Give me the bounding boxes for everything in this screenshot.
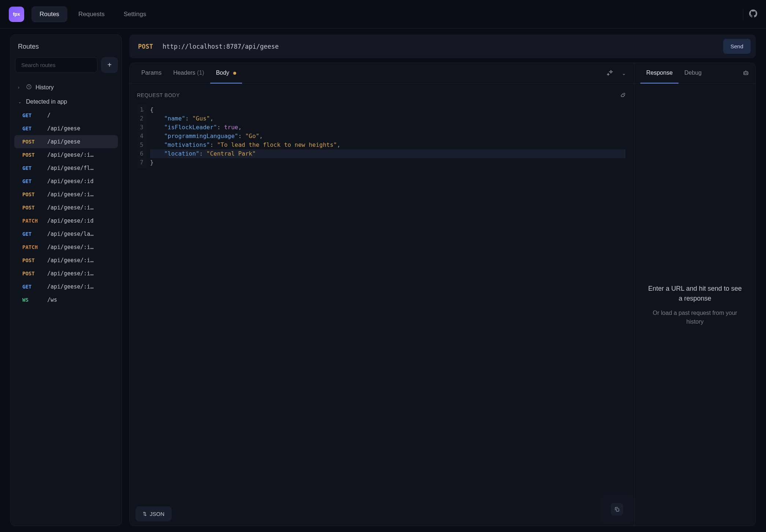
dot-indicator-icon [233, 72, 236, 75]
response-empty-main: Enter a URL and hit send to see a respon… [646, 284, 744, 304]
route-method: POST [22, 205, 40, 211]
request-body-label: REQUEST BODY [137, 92, 180, 98]
copy-button[interactable] [611, 503, 623, 516]
route-method: WS [22, 297, 40, 303]
route-item[interactable]: POST/api/geese/:i… [14, 254, 118, 267]
magic-wand-icon[interactable] [604, 67, 616, 80]
route-item[interactable]: POST/api/geese/:i… [14, 267, 118, 280]
code-editor[interactable]: 1⌄234567 { "name": "Gus", "isFlockLeader… [135, 104, 628, 168]
route-item[interactable]: PATCH/api/geese/:id [14, 214, 118, 227]
route-method: PATCH [22, 218, 40, 224]
route-item[interactable]: POST/api/geese/:i… [14, 188, 118, 201]
route-item[interactable]: PATCH/api/geese/:i… [14, 241, 118, 254]
route-path: /api/geese/la… [47, 231, 110, 237]
route-path: /api/geese/:i… [47, 244, 110, 250]
nav-settings[interactable]: Settings [116, 6, 154, 22]
route-path: /api/geese/:i… [47, 270, 110, 277]
tab-response[interactable]: Response [640, 63, 678, 83]
chevron-right-icon: › [18, 85, 22, 90]
route-path: /api/geese/fl… [47, 165, 110, 171]
response-tabbar: Response Debug [635, 63, 755, 84]
route-method: POST [22, 191, 40, 197]
route-method: GET [22, 165, 40, 171]
route-path: /api/geese [47, 125, 110, 132]
route-path: /api/geese/:i… [47, 283, 110, 290]
route-item[interactable]: WS/ws [14, 293, 118, 306]
history-label: History [36, 84, 54, 91]
route-path: /api/geese/:i… [47, 204, 110, 211]
route-method: POST [22, 152, 40, 158]
tab-debug[interactable]: Debug [678, 63, 707, 83]
sidebar-title: Routes [14, 43, 118, 57]
request-method[interactable]: POST [134, 43, 157, 50]
svg-point-4 [747, 73, 747, 74]
logo[interactable]: fpx [9, 7, 24, 22]
route-item[interactable]: POST/api/geese/:i… [14, 201, 118, 214]
route-path: /api/geese/:i… [47, 257, 110, 264]
topbar: fpx Routes Requests Settings [0, 0, 766, 29]
route-method: GET [22, 284, 40, 290]
route-item[interactable]: POST/api/geese [14, 135, 118, 148]
route-method: GET [22, 231, 40, 237]
routes-list: GET/GET/api/geesePOST/api/geesePOST/api/… [14, 109, 118, 518]
route-item[interactable]: GET/api/geese [14, 122, 118, 135]
route-method: POST [22, 257, 40, 263]
route-path: /api/geese/:id [47, 178, 110, 185]
nav-requests[interactable]: Requests [70, 6, 113, 22]
route-path: /api/geese/:i… [47, 152, 110, 158]
route-path: /api/geese/:id [47, 217, 110, 224]
route-path: /api/geese/:i… [47, 191, 110, 198]
erase-icon[interactable] [620, 91, 627, 99]
detected-section[interactable]: ⌄ Detected in app [14, 95, 118, 109]
chevron-down-icon: ⌄ [18, 99, 22, 104]
route-item[interactable]: GET/api/geese/:id [14, 175, 118, 188]
add-route-button[interactable]: + [101, 57, 118, 73]
divider [743, 8, 743, 20]
request-url-input[interactable] [163, 43, 717, 50]
route-method: PATCH [22, 244, 40, 250]
route-item[interactable]: GET/api/geese/:i… [14, 280, 118, 293]
route-item[interactable]: GET/ [14, 109, 118, 122]
history-section[interactable]: › History [14, 80, 118, 95]
route-item[interactable]: GET/api/geese/fl… [14, 161, 118, 175]
route-method: GET [22, 112, 40, 118]
route-method: GET [22, 178, 40, 184]
detected-label: Detected in app [26, 98, 67, 105]
route-path: /api/geese [47, 138, 110, 145]
svg-point-3 [745, 73, 745, 74]
bot-icon[interactable] [742, 69, 750, 78]
send-button[interactable]: Send [723, 39, 751, 54]
sort-icon: ⇅ [143, 511, 147, 517]
format-select[interactable]: ⇅ JSON [135, 506, 172, 521]
request-tabbar: Params Headers (1) Body ⌄ [130, 63, 634, 84]
request-bar: POST Send [129, 34, 756, 58]
sidebar: Routes + › History ⌄ Detected in app GET… [10, 34, 122, 526]
nav: Routes Requests Settings [31, 6, 154, 22]
nav-routes[interactable]: Routes [31, 6, 67, 22]
tab-params[interactable]: Params [135, 63, 167, 83]
route-path: /ws [47, 297, 110, 303]
route-item[interactable]: POST/api/geese/:i… [14, 148, 118, 161]
github-icon[interactable] [749, 10, 757, 19]
history-icon [26, 84, 32, 91]
response-empty: Enter a URL and hit send to see a respon… [635, 84, 755, 526]
route-method: GET [22, 126, 40, 131]
search-input[interactable] [15, 57, 97, 73]
route-item[interactable]: GET/api/geese/la… [14, 227, 118, 241]
tab-headers[interactable]: Headers (1) [167, 63, 210, 83]
route-method: POST [22, 139, 40, 145]
svg-rect-1 [616, 509, 619, 511]
route-path: / [47, 112, 110, 119]
chevron-down-icon[interactable]: ⌄ [620, 68, 628, 78]
svg-rect-2 [744, 71, 748, 74]
copy-toast [600, 494, 633, 524]
route-method: POST [22, 271, 40, 276]
tab-body[interactable]: Body [210, 63, 242, 83]
response-empty-sub: Or load a past request from your history [646, 309, 744, 326]
